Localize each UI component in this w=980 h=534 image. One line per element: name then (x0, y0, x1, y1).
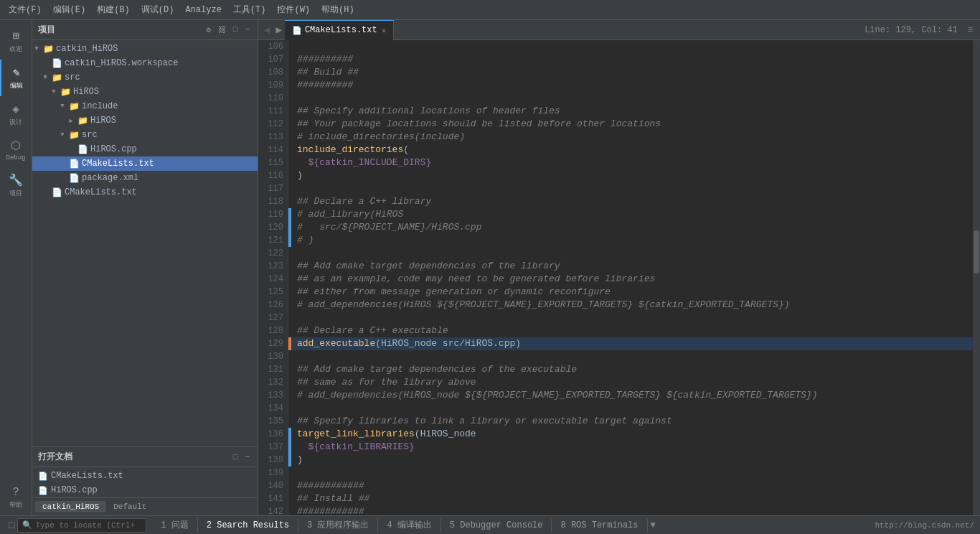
open-files-expand-icon[interactable]: □ (231, 452, 240, 462)
status-tab-ros-terminals[interactable]: 8 ROS Terminals (552, 519, 647, 532)
sidebar-item-project[interactable]: 🔧 项目 (0, 167, 32, 204)
sidebar-item-help[interactable]: ? 帮助 (0, 480, 32, 515)
sidebar-item-debug[interactable]: ⬡ Debug (0, 133, 32, 167)
code-text-124[interactable]: ## as an example, code may need to be ge… (291, 273, 973, 286)
nav-back-button[interactable]: ◀ (261, 22, 273, 37)
code-text-127[interactable] (291, 312, 973, 324)
code-text-136[interactable]: target_link_libraries(HiROS_node (291, 428, 973, 441)
tree-item-workspace[interactable]: 📄 catkin_HiROS.workspace (32, 56, 258, 70)
panel-container: 项目 ⚙ ⛓ □ − ▼ 📁 catkin_HiROS (32, 20, 258, 515)
code-text-128[interactable]: ## Declare a C++ executable (291, 324, 973, 337)
status-tab-problems[interactable]: 1 问题 (152, 517, 197, 533)
sidebar-item-welcome[interactable]: ⊞ 欢迎 (0, 23, 32, 60)
code-text-116[interactable]: ) (291, 169, 973, 182)
status-toggle-button[interactable]: □ (6, 520, 17, 531)
code-text-118[interactable]: ## Declare a C++ library (291, 195, 973, 208)
code-line-121: # ) (288, 234, 973, 247)
tree-item-hiros-sub[interactable]: ▶ 📁 HiROS (32, 113, 258, 128)
code-text-139[interactable] (291, 467, 973, 479)
tree-item-src-inner[interactable]: ▼ 📁 src (32, 128, 258, 142)
code-text-132[interactable]: ## same as for the library above (291, 376, 973, 389)
tree-item-src-root[interactable]: ▼ 📁 src (32, 70, 258, 85)
menu-analyze[interactable]: Analyze (179, 2, 227, 18)
open-files-collapse-icon[interactable]: − (242, 452, 252, 462)
code-text-120[interactable]: # src/${PROJECT_NAME}/HiROS.cpp (291, 221, 973, 234)
status-tab-build-output[interactable]: 4 编译输出 (378, 517, 440, 533)
code-text-141[interactable]: ## Install ## (291, 492, 973, 505)
tree-item-package-xml[interactable]: 📄 package.xml (32, 171, 258, 185)
tree-label-hiros-cpp: HiROS.cpp (90, 144, 137, 154)
code-text-130[interactable] (291, 350, 973, 363)
code-line-135: ## Specify libraries to link a library o… (288, 415, 973, 428)
editor-content[interactable]: 1061071081091101111121131141151161171181… (258, 40, 980, 515)
editor-tab-cmakelists[interactable]: 📄 CMakeLists.txt ✕ (285, 20, 394, 40)
code-text-123[interactable]: ## Add cmake target dependencies of the … (291, 260, 973, 273)
code-text-115[interactable]: ${catkin_INCLUDE_DIRS} (291, 156, 973, 169)
code-text-106[interactable] (291, 40, 973, 53)
code-text-129[interactable]: add_executable(HiROS_node src/HiROS.cpp) (291, 337, 973, 350)
settings-icon[interactable]: ≡ (963, 25, 977, 35)
code-text-138[interactable]: ) (291, 454, 973, 467)
tree-item-hiros-cpp[interactable]: 📄 HiROS.cpp (32, 142, 258, 156)
project-panel: 项目 ⚙ ⛓ □ − ▼ 📁 catkin_HiROS (32, 20, 258, 447)
code-text-121[interactable]: # ) (291, 234, 973, 247)
filter-icon[interactable]: ⚙ (204, 24, 213, 35)
sidebar-item-design[interactable]: ◈ 设计 (0, 96, 32, 133)
project-tab-default[interactable]: Default (106, 501, 154, 512)
project-tab-catkin[interactable]: catkin_HiROS (35, 501, 106, 512)
code-text-117[interactable] (291, 182, 973, 195)
code-text-133[interactable]: # add_dependencies(HiROS_node ${${PROJEC… (291, 389, 973, 402)
nav-forward-button[interactable]: ▶ (273, 22, 284, 37)
open-file-cmakelists[interactable]: 📄 CMakeLists.txt (32, 469, 258, 483)
code-text-119[interactable]: # add_library(HiROS (291, 208, 973, 221)
editor-vscroll[interactable] (973, 40, 980, 515)
status-search[interactable]: 🔍 (17, 518, 146, 533)
code-text-125[interactable]: ## either from message generation or dyn… (291, 286, 973, 299)
code-text-108[interactable]: ## Build ## (291, 66, 973, 79)
code-text-126[interactable]: # add_dependencies(HiROS ${${PROJECT_NAM… (291, 299, 973, 312)
tree-arrow-src-inner: ▼ (58, 131, 67, 139)
link-icon[interactable]: ⛓ (216, 24, 228, 35)
open-files-panel: 打开文档 □ − 📄 CMakeLists.txt 📄 HiROS.cpp ca… (32, 447, 258, 515)
code-text-107[interactable]: ########## (291, 53, 973, 66)
code-text-112[interactable]: ## Your package locations should be list… (291, 118, 973, 131)
code-text-111[interactable]: ## Specify additional locations of heade… (291, 105, 973, 118)
code-text-134[interactable] (291, 402, 973, 415)
expand-icon[interactable]: □ (231, 24, 240, 35)
menu-debug[interactable]: 调试(D) (136, 1, 180, 19)
tree-item-include[interactable]: ▼ 📁 include (32, 99, 258, 113)
status-tab-app-output[interactable]: 3 应用程序输出 (298, 517, 378, 533)
status-tab-search[interactable]: 2 Search Results (198, 519, 298, 532)
code-text-140[interactable]: ############ (291, 479, 973, 492)
tab-bar: 📄 CMakeLists.txt ✕ (285, 20, 859, 40)
code-text-135[interactable]: ## Specify libraries to link a library o… (291, 415, 973, 428)
search-input[interactable] (35, 521, 136, 530)
menu-controls[interactable]: 控件(W) (271, 1, 316, 19)
open-file-hiros-cpp[interactable]: 📄 HiROS.cpp (32, 483, 258, 497)
code-text-142[interactable]: ############ (291, 505, 973, 515)
menu-file[interactable]: 文件(F) (3, 1, 47, 19)
code-text-114[interactable]: include_directories( (291, 144, 973, 156)
tree-item-cmakelists[interactable]: 📄 CMakeLists.txt (32, 156, 258, 171)
code-text-137[interactable]: ${catkin_LIBRARIES} (291, 441, 973, 454)
tree-item-cmakelists-root[interactable]: 📄 CMakeLists.txt (32, 185, 258, 200)
menu-build[interactable]: 构建(B) (91, 1, 136, 19)
menu-tools[interactable]: 工具(T) (227, 1, 272, 19)
folder-icon-src-inner: 📁 (69, 130, 80, 141)
tree-item-hiros[interactable]: ▼ 📁 HiROS (32, 85, 258, 99)
status-dropdown-icon[interactable]: ▼ (648, 520, 659, 530)
code-text-131[interactable]: ## Add cmake target dependencies of the … (291, 363, 973, 376)
code-text-113[interactable]: # include_directories(include) (291, 131, 973, 144)
code-block[interactable]: ########## ## Build ## ########## ## Spe… (288, 40, 973, 515)
menu-edit[interactable]: 编辑(E) (47, 1, 92, 19)
code-text-109[interactable]: ########## (291, 79, 973, 92)
tree-item-catkin-hiros[interactable]: ▼ 📁 catkin_HiROS (32, 42, 258, 56)
sidebar-item-edit[interactable]: ✎ 编辑 (0, 60, 32, 96)
code-text-122[interactable] (291, 247, 973, 260)
tab-close-button[interactable]: ✕ (382, 26, 387, 35)
menu-help[interactable]: 帮助(H) (316, 1, 360, 19)
collapse-icon[interactable]: − (242, 24, 252, 35)
editor-vscroll-thumb[interactable] (974, 230, 979, 273)
code-text-110[interactable] (291, 92, 973, 105)
status-tab-debug-console[interactable]: 5 Debugger Console (441, 519, 552, 532)
